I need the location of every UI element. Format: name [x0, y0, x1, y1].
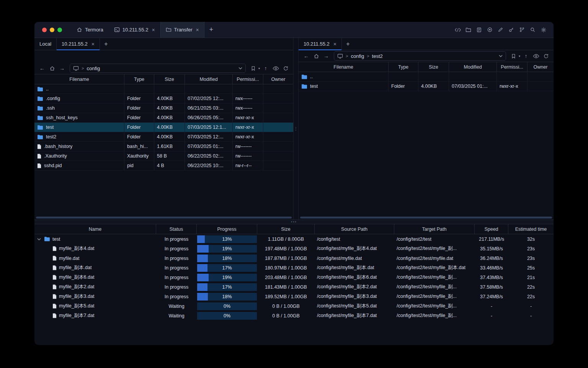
- file-size: 4.00KB: [418, 82, 449, 91]
- settings-icon[interactable]: [539, 25, 548, 34]
- breadcrumb-segment[interactable]: test2: [372, 53, 383, 59]
- horizontal-splitter[interactable]: •••: [34, 220, 554, 224]
- table-row[interactable]: .config Folder 4.00KB 07/02/2025 12:... …: [34, 94, 293, 104]
- transfer-row[interactable]: myfile_副本7.dat Waiting 0% 0 B / 1.00GB /…: [34, 311, 554, 320]
- column-header[interactable]: Speed: [475, 224, 508, 234]
- bookmark-button[interactable]: [249, 64, 258, 72]
- column-header[interactable]: Size: [257, 224, 315, 234]
- expand-chevron-icon[interactable]: [37, 238, 42, 240]
- table-row[interactable]: .ssh Folder 4.00KB 06/21/2025 03:... rwx…: [34, 104, 293, 113]
- close-icon[interactable]: ×: [196, 27, 199, 33]
- table-row[interactable]: ..: [299, 72, 554, 82]
- journal-icon[interactable]: [474, 25, 484, 34]
- column-header[interactable]: Modified: [185, 74, 233, 84]
- forward-button[interactable]: →: [58, 64, 66, 72]
- column-header[interactable]: Permissi...: [497, 62, 528, 72]
- refresh-button[interactable]: [542, 52, 550, 60]
- column-header[interactable]: Estimated time: [508, 224, 554, 234]
- table-row[interactable]: sshd.pid pid 4 B 06/22/2025 10:... rw-r-…: [34, 161, 293, 171]
- app-tab[interactable]: Transfer ×: [160, 22, 204, 38]
- bookmark-button[interactable]: [510, 52, 518, 60]
- table-row[interactable]: test2 Folder 4.00KB 07/03/2025 12:... rw…: [34, 132, 293, 142]
- column-header[interactable]: Progress: [197, 224, 257, 234]
- close-window-button[interactable]: [42, 28, 47, 32]
- edit-icon[interactable]: [496, 25, 505, 34]
- table-row[interactable]: ssh_host_keys Folder 4.00KB 06/26/2025 0…: [34, 113, 293, 123]
- close-icon[interactable]: ×: [333, 41, 336, 47]
- breadcrumb-segment[interactable]: config: [87, 66, 100, 71]
- column-header[interactable]: Modified: [449, 62, 497, 72]
- column-header[interactable]: Size: [154, 74, 185, 84]
- bookmark-dropdown-caret[interactable]: ▾: [258, 67, 260, 70]
- column-header[interactable]: Name: [34, 224, 156, 234]
- column-header[interactable]: Status: [156, 224, 197, 234]
- column-header[interactable]: Owner: [263, 74, 293, 84]
- column-header[interactable]: Owner: [528, 62, 554, 72]
- close-icon[interactable]: ×: [91, 41, 95, 47]
- table-row[interactable]: test Folder 4.00KB 07/03/2025 12:1... rw…: [34, 123, 293, 132]
- column-header[interactable]: Target Path: [394, 224, 475, 234]
- back-button[interactable]: ←: [38, 64, 46, 72]
- key-icon[interactable]: [506, 25, 516, 34]
- table-row[interactable]: ..: [34, 84, 293, 94]
- column-header[interactable]: Filename: [34, 74, 124, 84]
- table-row[interactable]: .bash_history bash_hi... 1.61KB 07/03/20…: [34, 142, 293, 151]
- folder-icon[interactable]: [464, 25, 473, 34]
- record-icon[interactable]: [485, 25, 495, 34]
- panel-tab[interactable]: 10.211.55.2 ×: [299, 38, 342, 50]
- show-hidden-button[interactable]: [271, 64, 280, 72]
- close-icon[interactable]: ×: [152, 27, 155, 33]
- code-icon[interactable]: [453, 25, 462, 34]
- table-row[interactable]: test Folder 4.00KB 07/03/2025 01:... rwx…: [299, 82, 554, 91]
- show-hidden-button[interactable]: [532, 52, 540, 60]
- new-panel-tab-button[interactable]: +: [100, 38, 112, 50]
- file-owner: [263, 113, 293, 122]
- transfer-row[interactable]: myfile_副本4.dat In progress 19% 197.48MB …: [34, 244, 554, 253]
- maximize-window-button[interactable]: [57, 28, 62, 32]
- transfer-row[interactable]: myfile_副本5.dat Waiting 0% 0 B / 1.00GB /…: [34, 301, 554, 311]
- bookmark-dropdown-caret[interactable]: ▾: [519, 54, 520, 58]
- new-panel-tab-button[interactable]: +: [342, 38, 354, 50]
- forward-button[interactable]: →: [322, 52, 330, 60]
- transfer-row[interactable]: myfile_副本2.dat In progress 17% 181.43MB …: [34, 282, 554, 292]
- minimize-window-button[interactable]: [50, 28, 54, 32]
- parent-dir-button[interactable]: ↑: [522, 52, 530, 60]
- column-header[interactable]: Source Path: [315, 224, 394, 234]
- chevron-down-icon[interactable]: [238, 67, 242, 69]
- panel-tab[interactable]: 10.211.55.2 ×: [57, 38, 100, 50]
- transfer-row[interactable]: myfile.dat In progress 18% 187.87MB / 1.…: [34, 253, 554, 263]
- file-size: 4.00KB: [154, 123, 185, 132]
- column-header[interactable]: Filename: [299, 62, 389, 72]
- left-path-breadcrumb[interactable]: > config: [70, 64, 246, 73]
- column-header[interactable]: Type: [124, 74, 154, 84]
- scrollbar-thumb[interactable]: [36, 217, 292, 219]
- home-button[interactable]: [48, 64, 56, 72]
- column-header[interactable]: Size: [418, 62, 449, 72]
- new-app-tab-button[interactable]: +: [204, 22, 218, 38]
- back-button[interactable]: ←: [302, 52, 310, 60]
- transfer-row[interactable]: test In progress 13% 1.11GB / 8.00GB /co…: [34, 234, 554, 244]
- transfer-row[interactable]: myfile_副本.dat In progress 17% 180.97MB /…: [34, 263, 554, 273]
- chevron-down-icon[interactable]: [499, 55, 503, 57]
- app-tab[interactable]: Termora: [71, 22, 109, 38]
- source-path: /config/test/myfile_副本7.dat: [315, 312, 394, 319]
- panel-tab[interactable]: Local: [34, 38, 57, 50]
- breadcrumb-segment[interactable]: config: [351, 53, 364, 59]
- parent-dir-button[interactable]: ↑: [261, 64, 270, 72]
- right-path-breadcrumb[interactable]: > config > test2: [334, 51, 506, 61]
- computer-icon: [337, 54, 343, 59]
- transfer-row[interactable]: myfile_副本6.dat In progress 19% 203.48MB …: [34, 273, 554, 282]
- search-icon[interactable]: [528, 25, 537, 34]
- transfer-row[interactable]: myfile_副本3.dat In progress 18% 189.52MB …: [34, 292, 554, 301]
- column-header[interactable]: Permissi...: [233, 74, 263, 84]
- column-header[interactable]: Type: [389, 62, 418, 72]
- table-row[interactable]: .Xauthority Xauthority 58 B 06/22/2025 0…: [34, 151, 293, 161]
- branch-icon[interactable]: [517, 25, 527, 34]
- vertical-splitter[interactable]: ⋮: [293, 38, 299, 220]
- home-button[interactable]: [312, 52, 320, 60]
- refresh-button[interactable]: [281, 64, 290, 72]
- app-tab[interactable]: 10.211.55.2 ×: [109, 22, 160, 38]
- file-icon: [52, 313, 57, 318]
- transfer-speed: 217.11MB/s: [475, 237, 508, 242]
- scrollbar-thumb[interactable]: [300, 217, 552, 219]
